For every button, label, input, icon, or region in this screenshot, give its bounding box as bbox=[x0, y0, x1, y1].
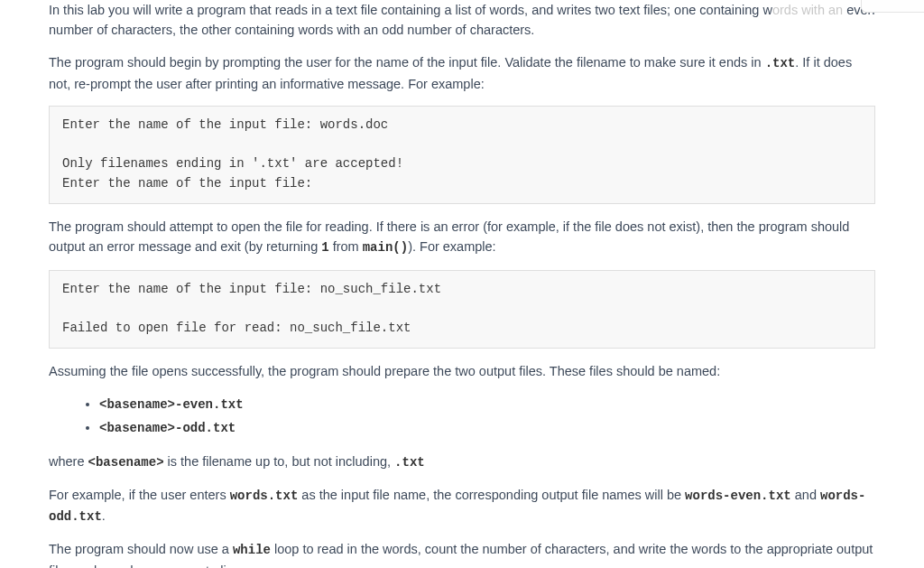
text: In this lab you will write a program tha… bbox=[49, 3, 772, 17]
paragraph-open-file: The program should attempt to open the f… bbox=[49, 217, 875, 258]
inline-code: <basename>-even.txt bbox=[99, 397, 244, 412]
text: where bbox=[49, 454, 88, 469]
code-example-2: Enter the name of the input file: no_suc… bbox=[49, 270, 875, 349]
inline-code: words.txt bbox=[230, 489, 299, 503]
list-item: <basename>-even.txt bbox=[99, 394, 875, 415]
inline-code: .txt bbox=[394, 455, 425, 470]
inline-code: words-even.txt bbox=[685, 489, 791, 503]
paragraph-example-names: For example, if the user enters words.tx… bbox=[49, 485, 875, 527]
paragraph-intro: In this lab you will write a program tha… bbox=[49, 0, 875, 41]
code-example-1: Enter the name of the input file: words.… bbox=[49, 106, 875, 204]
inline-code: 1 bbox=[321, 240, 328, 255]
window-corner-stub bbox=[861, 0, 924, 13]
paragraph-basename: where <basename> is the filename up to, … bbox=[49, 452, 875, 473]
text: For example, if the user enters bbox=[49, 488, 230, 502]
inline-code: main() bbox=[363, 240, 408, 255]
text: is the filename up to, but not including… bbox=[164, 454, 395, 469]
paragraph-while-loop: The program should now use a while loop … bbox=[49, 539, 875, 568]
truncated-text: ords with an bbox=[772, 3, 843, 17]
text: and bbox=[791, 488, 820, 502]
inline-code: .txt bbox=[765, 56, 796, 70]
paragraph-prompt: The program should begin by prompting th… bbox=[49, 52, 875, 94]
paragraph-output-files: Assuming the file opens successfully, th… bbox=[49, 361, 875, 381]
text: The program should begin by prompting th… bbox=[49, 55, 765, 70]
inline-code: while bbox=[233, 543, 271, 557]
inline-code: <basename>-odd.txt bbox=[99, 421, 236, 435]
text: ). For example: bbox=[408, 239, 496, 254]
text: The program should now use a bbox=[49, 542, 233, 556]
text: as the input file name, the correspondin… bbox=[298, 488, 685, 502]
inline-code: <basename> bbox=[88, 455, 164, 470]
text: from bbox=[329, 239, 363, 254]
output-filename-list: <basename>-even.txt <basename>-odd.txt bbox=[49, 394, 875, 439]
list-item: <basename>-odd.txt bbox=[99, 417, 875, 439]
text: . bbox=[102, 508, 106, 523]
